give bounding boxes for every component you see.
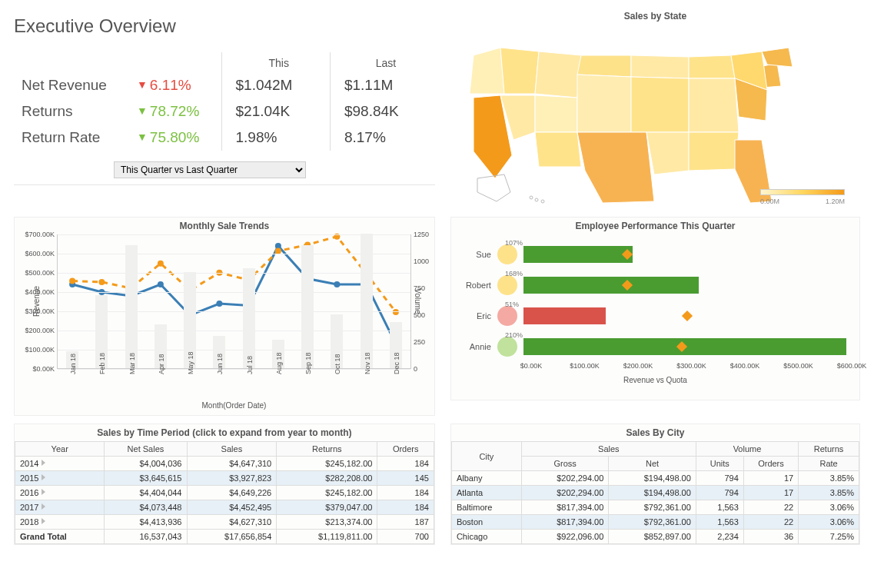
- map-legend: 0.00M1.20M: [760, 189, 845, 205]
- monthly-xlabel: Month(Order Date): [57, 401, 411, 410]
- ep-row[interactable]: 51% Eric: [459, 301, 852, 331]
- ep-xlabel: Revenue vs Quota: [459, 376, 852, 384]
- kpi-this: $21.04K: [221, 98, 330, 125]
- svg-point-16: [98, 279, 105, 285]
- monthly-sale-trends-panel: Monthly Sale Trends Revenue Volume $0.00…: [14, 217, 435, 416]
- monthly-y2label: Volume: [414, 288, 422, 314]
- table-row[interactable]: 2017$4,073,448$4,452,495$379,047.00184: [15, 500, 434, 515]
- svg-point-10: [275, 243, 281, 249]
- svg-point-18: [158, 261, 164, 267]
- table-row[interactable]: 2016$4,404,044$4,649,226$245,182.00184: [15, 486, 434, 500]
- kpi-last: $1.11M: [330, 72, 434, 98]
- svg-point-15: [69, 278, 75, 284]
- ep-pct: 210%: [505, 331, 523, 339]
- ep-name: Sue: [459, 250, 497, 259]
- kpi-table: This Last Net Revenue ▼6.11% $1.042M $1.…: [14, 52, 435, 151]
- kpi-label: Return Rate: [14, 125, 129, 151]
- map-title: Sales by State: [450, 8, 860, 25]
- kpi-label: Net Revenue: [14, 72, 129, 98]
- table-row[interactable]: 2018$4,413,936$4,627,310$213,374.00187: [15, 515, 434, 530]
- period-table[interactable]: YearNet SalesSalesReturnsOrders2014$4,00…: [15, 441, 434, 544]
- ep-row[interactable]: 168% Robert: [459, 270, 852, 301]
- ep-row[interactable]: 107% Sue: [459, 239, 852, 270]
- svg-point-8: [216, 301, 222, 307]
- sales-by-state-map[interactable]: 0.00M1.20M: [450, 25, 860, 217]
- status-dot-icon: [497, 337, 517, 357]
- ep-pct: 107%: [505, 239, 523, 247]
- expand-icon[interactable]: [42, 460, 45, 466]
- svg-point-3: [69, 281, 75, 287]
- page-title: Executive Overview: [14, 15, 435, 37]
- svg-point-6: [158, 281, 164, 287]
- grand-total-row: Grand Total16,537,043$17,656,854$1,119,8…: [15, 530, 434, 544]
- table-row[interactable]: Atlanta$202,294.00$194,498.00794173.85%: [451, 486, 859, 500]
- period-selector[interactable]: This Quarter vs Last Quarter: [114, 161, 306, 178]
- status-dot-icon: [497, 244, 517, 264]
- table-row[interactable]: Chicago$922,096.00$852,897.002,234367.25…: [451, 530, 859, 544]
- expand-icon[interactable]: [42, 489, 45, 495]
- table-row[interactable]: 2014$4,004,036$4,647,310$245,182.00184: [15, 457, 434, 471]
- ep-title: Employee Performance This Quarter: [451, 218, 859, 234]
- svg-point-12: [334, 281, 340, 287]
- kpi-pct: ▼78.72%: [129, 98, 221, 125]
- ep-pct: 168%: [505, 270, 523, 277]
- ep-name: Annie: [459, 342, 497, 351]
- expand-icon[interactable]: [42, 518, 45, 524]
- ep-name: Eric: [459, 311, 497, 321]
- expand-icon[interactable]: [42, 503, 45, 510]
- city-table-panel: Sales By City City Sales Volume Returns …: [450, 424, 860, 545]
- svg-point-0: [530, 196, 533, 199]
- ep-pct: 51%: [505, 301, 519, 308]
- kpi-label: Returns: [14, 98, 129, 125]
- kpi-this: 1.98%: [221, 125, 330, 151]
- table-row[interactable]: Albany$202,294.00$194,498.00794173.85%: [451, 471, 859, 486]
- expand-icon[interactable]: [42, 474, 45, 480]
- city-table-title: Sales By City: [451, 424, 859, 441]
- period-table-title: Sales by Time Period (click to expand fr…: [15, 424, 434, 441]
- ep-row[interactable]: 210% Annie: [459, 331, 852, 362]
- svg-point-2: [541, 200, 544, 203]
- ep-name: Robert: [459, 281, 497, 290]
- kpi-this: $1.042M: [221, 72, 330, 98]
- kpi-col-last: Last: [330, 52, 434, 72]
- svg-point-1: [535, 198, 538, 201]
- employee-performance-panel: Employee Performance This Quarter 107% S…: [450, 217, 860, 400]
- table-row[interactable]: 2015$3,645,615$3,927,823$282,208.00145: [15, 471, 434, 486]
- table-row[interactable]: Boston$817,394.00$792,361.001,563223.06%: [451, 515, 859, 530]
- kpi-last: $98.84K: [330, 98, 434, 125]
- table-row[interactable]: Baltimore$817,394.00$792,361.001,563223.…: [451, 500, 859, 515]
- monthly-title: Monthly Sale Trends: [15, 218, 434, 234]
- kpi-last: 8.17%: [330, 125, 434, 151]
- kpi-pct: ▼75.80%: [129, 125, 221, 151]
- status-dot-icon: [497, 275, 517, 295]
- status-dot-icon: [497, 306, 517, 326]
- employee-chart[interactable]: 107% Sue 168% Robert 51% Eric 210% Annie…: [451, 234, 859, 400]
- period-table-panel: Sales by Time Period (click to expand fr…: [14, 424, 435, 545]
- kpi-pct: ▼6.11%: [129, 72, 221, 98]
- target-marker-icon: [682, 311, 693, 321]
- city-table[interactable]: City Sales Volume Returns GrossNet Units…: [451, 441, 859, 544]
- monthly-chart[interactable]: Revenue Volume $0.00K$100.00K$200.00K$30…: [15, 234, 434, 415]
- kpi-col-this: This: [221, 52, 330, 72]
